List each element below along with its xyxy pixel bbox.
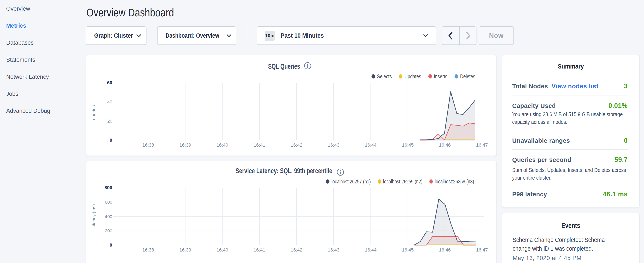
svg-text:16:45: 16:45 bbox=[402, 142, 414, 148]
svg-text:16:39: 16:39 bbox=[180, 247, 191, 252]
svg-text:16:38: 16:38 bbox=[142, 142, 154, 148]
svg-text:latency (ms): latency (ms) bbox=[91, 204, 96, 228]
svg-text:20: 20 bbox=[107, 119, 112, 123]
svg-text:16:46: 16:46 bbox=[439, 142, 451, 148]
svg-text:16:43: 16:43 bbox=[328, 142, 340, 148]
svg-text:16:38: 16:38 bbox=[142, 247, 154, 252]
svg-text:16:41: 16:41 bbox=[254, 247, 265, 252]
svg-text:600: 600 bbox=[105, 200, 112, 204]
svg-text:16:44: 16:44 bbox=[365, 247, 376, 252]
svg-text:16:39: 16:39 bbox=[180, 142, 191, 148]
svg-text:16:45: 16:45 bbox=[402, 247, 414, 252]
svg-text:16:44: 16:44 bbox=[365, 142, 376, 148]
svg-text:0: 0 bbox=[110, 137, 112, 143]
svg-text:16:43: 16:43 bbox=[328, 247, 340, 252]
svg-text:queries: queries bbox=[91, 105, 96, 120]
svg-text:60: 60 bbox=[107, 80, 112, 85]
svg-text:400: 400 bbox=[105, 214, 112, 219]
svg-text:200: 200 bbox=[105, 228, 112, 233]
svg-text:16:42: 16:42 bbox=[291, 247, 302, 252]
svg-text:0: 0 bbox=[110, 242, 112, 248]
svg-text:16:40: 16:40 bbox=[216, 142, 228, 148]
svg-text:16:46: 16:46 bbox=[439, 247, 451, 252]
svg-text:16:47: 16:47 bbox=[476, 142, 488, 148]
svg-text:16:40: 16:40 bbox=[216, 247, 228, 252]
svg-text:800: 800 bbox=[104, 185, 112, 190]
svg-text:16:47: 16:47 bbox=[476, 247, 488, 252]
svg-text:40: 40 bbox=[107, 99, 112, 104]
svg-text:16:42: 16:42 bbox=[291, 142, 302, 148]
svg-text:16:41: 16:41 bbox=[254, 142, 265, 148]
